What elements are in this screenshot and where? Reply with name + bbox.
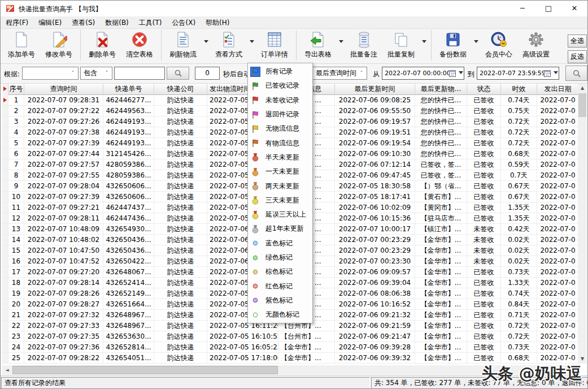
toolbar-button[interactable]: 刷新物流 — [164, 29, 202, 62]
watermark: 头条 @奶味逗 — [482, 363, 588, 384]
menu-item[interactable]: 紫色标记 — [248, 293, 312, 308]
chevron-down-icon — [554, 71, 558, 74]
toolbar-button[interactable]: 修改单号 — [40, 29, 77, 62]
close-button[interactable]: ✕ — [561, 1, 587, 16]
cell-update_info: 【金华市】... — [415, 288, 467, 299]
menu-item[interactable]: 超1年未更新 — [248, 222, 312, 236]
cell-company: 韵达快递 — [154, 95, 207, 106]
table-row[interactable]: 232022-07-07 09:27:35432653630...韵达快递202… — [2, 331, 579, 342]
menubar-item[interactable]: 数据(B) — [100, 16, 134, 28]
cell-tracking_no: 432650606... — [103, 192, 154, 202]
title-bar: 快递批量查询高手 【与我】 ─ □ ✕ — [1, 1, 587, 16]
toolbar-button[interactable]: 会员中心 — [480, 29, 517, 62]
dropdown-arrow-button[interactable] — [337, 29, 345, 62]
chevron-down-icon — [459, 71, 463, 74]
menu-item[interactable]: 一天未更新 — [248, 165, 312, 179]
cell-update_info: 【驻马店市... — [415, 213, 467, 224]
dot-icon — [250, 253, 260, 263]
medal-icon — [250, 167, 260, 177]
dropdown-arrow-button[interactable] — [202, 29, 210, 62]
cell-update_info: 您的快件已... — [415, 149, 467, 159]
match-mode-combobox[interactable]: 包含˅ — [80, 67, 112, 80]
from-date-input[interactable]: 2022-07-07 00:00:00 — [382, 67, 464, 80]
column-header-update_time[interactable]: 最后更新时间 — [335, 84, 415, 95]
menubar-item[interactable]: 帮助(H) — [201, 16, 234, 28]
vertical-scroll-thumb[interactable] — [578, 93, 586, 117]
time-field-combobox[interactable]: 最后查询时间˅ — [312, 67, 367, 80]
menubar-item[interactable]: 程序(F) — [1, 16, 33, 28]
toolbar-button[interactable]: 导出表格 — [299, 29, 337, 62]
toolbar-button[interactable]: 批量复制 — [382, 29, 420, 62]
menubar-item[interactable]: 工具(T) — [134, 16, 167, 28]
keyword-input[interactable] — [114, 67, 165, 80]
column-header-tracking_no[interactable]: 快递单号 — [103, 84, 154, 95]
dropdown-arrow-button[interactable] — [420, 29, 428, 62]
menu-item[interactable]: 两天未更新 — [248, 179, 312, 193]
menu-item[interactable]: 绿色标记 — [248, 250, 312, 265]
cell-status: 已签收 — [467, 310, 501, 321]
cell-send_date: 2022-07-0 — [537, 342, 579, 353]
cell-send_date: 2022-07-0 — [537, 106, 579, 116]
column-header-send_date[interactable]: 发出日期 — [537, 84, 579, 95]
menu-item[interactable]: 延误三天以上 — [248, 208, 312, 222]
query-button[interactable] — [565, 66, 587, 81]
cell-query_time: 2022-07-07 10:48:09 — [24, 224, 103, 235]
refresh-seconds-input[interactable]: 0 — [195, 67, 220, 80]
column-header-duration[interactable]: 时效 — [501, 84, 537, 95]
dropdown-arrow-button[interactable] — [472, 29, 480, 62]
toolbar-button[interactable]: 查看方式 — [210, 29, 247, 62]
menu-item[interactable]: 未签收记录 — [248, 93, 312, 107]
select-all-button[interactable]: 全选 — [568, 34, 587, 47]
menubar-item[interactable]: 编辑(E) — [33, 16, 67, 28]
cell-status: 已签收 — [467, 95, 501, 106]
cell-tracking_no: 462449193... — [103, 138, 154, 149]
cell-duration: 0.68天 — [501, 149, 537, 159]
toolbar-button[interactable]: 备份数据 — [434, 29, 472, 62]
toolbar-button[interactable]: 添加单号 — [3, 29, 40, 62]
menu-item[interactable]: 蓝色标记 — [248, 236, 312, 250]
flag-icon — [250, 138, 260, 148]
menu-item[interactable]: 半天未更新 — [248, 150, 312, 165]
column-header-update_info[interactable]: 最后更新物... — [415, 84, 467, 95]
toolbar-button[interactable]: 清空表格 — [121, 29, 158, 62]
scroll-up-button[interactable]: ▲ — [578, 84, 587, 93]
cell-update_time: 2022-07-06 09:10:30 — [335, 149, 415, 159]
column-header-seq[interactable]: 序号 — [8, 84, 24, 95]
member-icon — [490, 31, 507, 48]
vertical-scrollbar[interactable]: ▲ ▼ — [578, 84, 587, 364]
toolbar-button[interactable]: 订单详情 — [256, 29, 293, 62]
menu-item[interactable]: 已签收记录 — [248, 79, 312, 93]
menubar-item[interactable]: 查看(S) — [67, 16, 100, 28]
menu-item[interactable]: 三天未更新 — [248, 193, 312, 208]
horizontal-scroll-thumb[interactable] — [12, 366, 278, 374]
menu-item[interactable]: 无颜色标记 — [248, 308, 312, 322]
search-button[interactable] — [167, 67, 189, 80]
menu-item[interactable]: 所有记录 — [248, 64, 312, 79]
column-header-query_time[interactable]: 查询时间 — [24, 84, 103, 95]
menu-item-label: 棕色标记 — [265, 267, 293, 276]
scroll-down-button[interactable]: ▼ — [578, 355, 587, 364]
menu-item[interactable]: 无物流信息 — [248, 122, 312, 136]
toolbar-button[interactable]: 高级设置 — [517, 29, 555, 62]
dropdown-arrow-button[interactable] — [247, 29, 256, 62]
cell-tracking_no: 428059386... — [103, 170, 154, 181]
minimize-button[interactable]: ─ — [509, 1, 535, 16]
table-row[interactable]: 252022-07-07 09:28:22432654051...韵达快递202… — [2, 353, 579, 364]
menu-item[interactable]: 棕色标记 — [248, 265, 312, 279]
maximize-button[interactable]: □ — [535, 1, 561, 16]
toolbar-button[interactable]: 删除单号 — [84, 29, 121, 62]
invert-select-button[interactable]: 反选 — [568, 50, 587, 63]
column-header-company[interactable]: 快递公司 — [154, 84, 207, 95]
toolbar-button-label: 高级设置 — [522, 50, 550, 59]
menu-item[interactable]: 退回件记录 — [248, 107, 312, 122]
toolbar-button[interactable]: 批量备注 — [345, 29, 382, 62]
table-row[interactable]: 242022-07-07 09:27:36432652814...韵达快递202… — [2, 342, 579, 353]
menu-item[interactable]: 红色标记 — [248, 279, 312, 293]
filter-field-combobox[interactable]: ˅ — [22, 67, 79, 80]
to-date-input[interactable]: 2022-07-07 23:59:59 — [477, 67, 559, 80]
scroll-left-button[interactable]: ◄ — [2, 365, 12, 375]
column-header-status[interactable]: 状态 — [467, 84, 501, 95]
menu-item[interactable]: 有物流信息 — [248, 136, 312, 150]
menubar-item[interactable]: 公告(X) — [167, 16, 201, 28]
cell-tracking_no: 432650606... — [103, 181, 154, 192]
